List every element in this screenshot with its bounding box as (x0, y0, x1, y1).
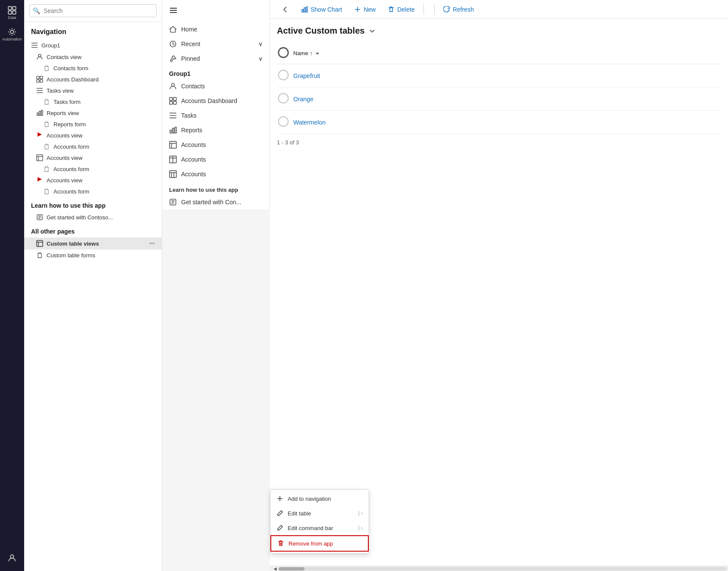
scrollbar-thumb[interactable] (279, 567, 304, 571)
nav-item-get-started[interactable]: Get started with Contoso... (24, 212, 162, 223)
svg-rect-2 (8, 11, 12, 14)
svg-rect-32 (306, 7, 308, 12)
nav-item-ellipsis[interactable]: ··· (149, 240, 155, 247)
row-link-watermelon[interactable]: Watermelon (293, 119, 326, 126)
row-link-orange[interactable]: Orange (293, 96, 314, 103)
svg-rect-19 (169, 97, 173, 100)
svg-rect-22 (173, 101, 176, 104)
nav-group1-label[interactable]: Group1 (24, 39, 162, 51)
svg-rect-16 (37, 240, 43, 246)
flyout-item-recent[interactable]: Recent ∨ (162, 37, 270, 51)
table-header: Name ↑ (277, 43, 721, 64)
sidebar-item-bottom[interactable] (3, 549, 21, 567)
table-row: Grapefruit (277, 64, 721, 87)
nav-panel: 🔍 Navigation Group1 Contacts view Contac… (24, 0, 162, 571)
page-title-chevron-icon[interactable] (368, 27, 377, 35)
flyout-item-accounts-3[interactable]: Accounts (162, 167, 270, 181)
toolbar: Show Chart New Delete Refresh (270, 0, 728, 19)
svg-point-6 (38, 54, 41, 57)
flyout-learn-section: Learn how to use this app (162, 181, 270, 195)
column-header-name[interactable]: Name ↑ (293, 50, 320, 56)
app-sidebar-bottom (3, 549, 21, 571)
search-icon: 🔍 (33, 7, 40, 14)
svg-point-33 (279, 48, 289, 58)
search-input[interactable] (29, 4, 157, 17)
nav-item-contacts-view[interactable]: Contacts view (24, 51, 162, 62)
flyout-item-home[interactable]: Home (162, 22, 270, 37)
nav-item-tasks-view[interactable]: Tasks view (24, 85, 162, 96)
flyout-item-tasks[interactable]: Tasks (162, 108, 270, 123)
new-button[interactable]: New (349, 3, 381, 16)
nav-item-custom-table-views[interactable]: Custom table views ··· (24, 237, 162, 250)
nav-item-accounts-dashboard[interactable]: Accounts Dashboard (24, 74, 162, 85)
flyout-item-accounts-2[interactable]: Accounts (162, 152, 270, 167)
svg-rect-7 (37, 76, 39, 79)
svg-rect-28 (169, 171, 176, 178)
svg-rect-26 (169, 141, 176, 148)
nav-item-accounts-form-3[interactable]: Accounts form (24, 186, 162, 197)
sidebar-item-automation[interactable]: Automation (3, 26, 21, 43)
sidebar-item-data[interactable]: Data (3, 4, 21, 22)
svg-rect-8 (40, 76, 43, 79)
scrollbar-track (279, 567, 726, 571)
svg-rect-25 (175, 127, 176, 133)
nav-item-reports-view[interactable]: Reports view (24, 107, 162, 119)
scroll-left-arrow[interactable]: ◄ (272, 565, 279, 571)
svg-rect-1 (13, 6, 16, 10)
flyout-panel: Home Recent ∨ Pinned ∨ Group1 Co (162, 0, 270, 209)
nav-search-container: 🔍 (24, 0, 162, 22)
edit-cmd-sub-arrow: | › (358, 525, 363, 531)
row-link-grapefruit[interactable]: Grapefruit (293, 72, 320, 79)
svg-rect-0 (8, 6, 12, 10)
svg-point-18 (172, 83, 175, 86)
toolbar-separator-2 (434, 4, 435, 15)
flyout-group1-label: Group1 (162, 66, 270, 79)
nav-item-tasks-form[interactable]: Tasks form (24, 96, 162, 107)
nav-item-accounts-view-1[interactable]: Accounts view (24, 130, 162, 141)
svg-point-36 (279, 117, 289, 127)
context-menu-edit-table[interactable]: Edit table | › (270, 506, 369, 521)
svg-rect-30 (302, 9, 303, 12)
row-checkbox-watermelon[interactable] (277, 115, 290, 129)
flyout-item-pinned[interactable]: Pinned ∨ (162, 51, 270, 66)
header-checkbox[interactable] (277, 46, 290, 60)
nav-learn-header: Learn how to use this app (24, 197, 162, 212)
flyout-item-accounts-1[interactable]: Accounts (162, 137, 270, 152)
nav-item-custom-table-forms[interactable]: Custom table forms (24, 250, 162, 261)
flyout-item-contacts[interactable]: Contacts (162, 79, 270, 94)
show-chart-button[interactable]: Show Chart (296, 3, 347, 16)
hamburger-button[interactable] (162, 0, 270, 22)
horizontal-scrollbar[interactable]: ◄ (270, 566, 728, 571)
svg-rect-12 (39, 111, 41, 115)
delete-button[interactable]: Delete (383, 3, 420, 16)
name-sort-icon (314, 50, 320, 56)
flyout-item-reports[interactable]: Reports (162, 123, 270, 137)
back-button[interactable] (277, 3, 294, 16)
nav-item-accounts-view-3[interactable]: Accounts view (24, 175, 162, 186)
context-menu-add-to-navigation[interactable]: Add to navigation (270, 491, 369, 506)
nav-item-contacts-form[interactable]: Contacts form (24, 62, 162, 74)
svg-point-5 (10, 555, 14, 559)
content-area: Active Custom tables Name ↑ (270, 19, 728, 566)
svg-point-4 (10, 30, 14, 34)
svg-rect-14 (37, 155, 43, 161)
pinned-chevron-icon: ∨ (258, 55, 263, 62)
nav-heading: Navigation (24, 22, 162, 39)
nav-item-reports-form[interactable]: Reports form (24, 119, 162, 130)
svg-point-34 (279, 70, 289, 80)
refresh-button[interactable]: Refresh (438, 3, 479, 16)
nav-item-accounts-view-2[interactable]: Accounts view (24, 152, 162, 163)
context-menu-remove-from-app[interactable]: Remove from app (270, 535, 369, 552)
svg-point-35 (279, 94, 289, 103)
svg-rect-23 (170, 130, 171, 133)
nav-all-other-pages-header: All other pages (24, 223, 162, 237)
nav-item-accounts-form-2[interactable]: Accounts form (24, 163, 162, 175)
context-menu-edit-command-bar[interactable]: Edit command bar | › (270, 521, 369, 535)
row-checkbox-grapefruit[interactable] (277, 69, 290, 83)
nav-item-accounts-form-1[interactable]: Accounts form (24, 141, 162, 152)
flyout-item-accounts-dashboard[interactable]: Accounts Dashboard (162, 94, 270, 108)
table-row: Orange (277, 87, 721, 111)
flyout-item-get-started[interactable]: Get started with Con... (162, 195, 270, 209)
row-checkbox-orange[interactable] (277, 92, 290, 106)
toolbar-dropdown-button[interactable] (427, 3, 431, 15)
